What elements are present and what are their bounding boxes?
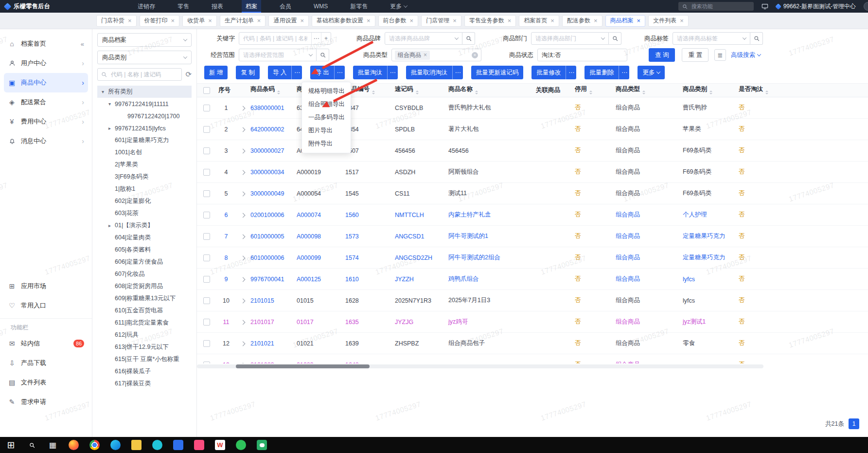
module-select[interactable]: 商品档案 [97, 33, 192, 47]
tab-2[interactable]: 价签打印× [140, 15, 180, 27]
caret-down-icon[interactable]: ▾ [107, 101, 112, 107]
sidebar-item-5[interactable]: ¥费用中心› [4, 112, 88, 131]
export-menu-item-3[interactable]: 一品多码导出 [302, 111, 351, 124]
expand-row-icon[interactable] [241, 106, 246, 110]
start-menu-icon[interactable]: ⊞ [6, 440, 16, 450]
export-menu-item-4[interactable]: 图片导出 [302, 124, 351, 137]
clear-select-icon[interactable]: × [472, 52, 478, 58]
column-header-disabled[interactable]: 停用 [573, 85, 614, 96]
advanced-search-link[interactable]: 高级搜索 [731, 51, 761, 59]
global-search[interactable] [678, 2, 754, 11]
sidebar-item-1[interactable]: ⌂档案首页« [4, 34, 88, 54]
expand-row-icon[interactable] [241, 234, 246, 239]
toolbar-button-3[interactable]: 导 入 [268, 66, 291, 79]
more-actions-icon[interactable]: ⋯ [387, 66, 398, 79]
expand-row-icon[interactable] [241, 170, 246, 175]
close-tab-icon[interactable]: × [410, 18, 414, 24]
close-tab-icon[interactable]: × [594, 18, 598, 24]
export-menu-item-1[interactable]: 规格明细导出 [302, 85, 351, 98]
tree-node-19[interactable]: 610|五金百货电器 [97, 305, 192, 317]
expand-row-icon[interactable] [241, 213, 246, 217]
wechat-icon[interactable] [257, 440, 267, 450]
scope-select[interactable]: 请选择经营范围 [239, 49, 317, 61]
sort-icon[interactable] [642, 89, 645, 96]
close-tab-icon[interactable]: × [208, 18, 212, 24]
nav-menu-4[interactable]: 档案 [242, 0, 261, 13]
tree-node-11[interactable]: 603|花茶 [97, 207, 192, 219]
user-avatar[interactable] [864, 2, 868, 11]
more-actions-icon[interactable]: ⋯ [334, 66, 345, 79]
tag-search-button[interactable] [750, 32, 763, 45]
tag-select[interactable]: 请选择商品标签 [673, 32, 750, 45]
close-tab-icon[interactable]: × [550, 18, 554, 24]
tree-node-8[interactable]: 3|F69条码类 [97, 171, 192, 183]
media-app-icon[interactable] [194, 440, 204, 450]
sort-icon[interactable] [709, 89, 712, 96]
row-checkbox[interactable] [203, 319, 210, 326]
expand-row-icon[interactable] [241, 148, 246, 153]
sidebar-item-3[interactable]: ▣商品中心› [4, 73, 88, 92]
tab-13[interactable]: 文件列表× [648, 15, 689, 27]
folder-icon[interactable] [131, 440, 142, 450]
product-barcode-link[interactable]: 2101021 [248, 340, 295, 347]
row-checkbox[interactable] [203, 276, 210, 283]
tree-node-13[interactable]: 604|定量肉类 [97, 232, 192, 244]
tree-node-1[interactable]: ▾所有类别 [97, 86, 192, 98]
close-tab-icon[interactable]: × [453, 18, 457, 24]
sidebar-tool-item-2[interactable]: ⇩产品下载 [4, 353, 88, 373]
row-checkbox[interactable] [203, 297, 210, 304]
row-checkbox[interactable] [203, 254, 210, 261]
product-barcode-link[interactable]: 0200100006 [248, 212, 295, 218]
toolbar-button-7[interactable]: 批量更新速记码 [471, 66, 524, 79]
tab-12[interactable]: 商品档案× [605, 15, 646, 27]
column-header-type[interactable]: 商品类型 [614, 85, 681, 96]
tab-7[interactable]: 前台参数× [378, 15, 419, 27]
row-checkbox[interactable] [203, 105, 210, 111]
tree-node-16[interactable]: 607|化妆品 [97, 268, 192, 280]
nav-menu-6[interactable]: WMS [310, 0, 332, 13]
status-select[interactable]: 淘汰:否 [537, 49, 627, 61]
search-icon[interactable] [27, 440, 37, 450]
tree-node-10[interactable]: 602|定量膨化 [97, 195, 192, 207]
type-select[interactable]: 组合商品 × × [391, 49, 481, 61]
remove-tag-icon[interactable]: × [424, 52, 427, 58]
row-checkbox[interactable] [203, 340, 210, 347]
expand-row-icon[interactable] [241, 277, 246, 282]
close-tab-icon[interactable]: × [367, 18, 371, 24]
edge-icon[interactable] [110, 440, 121, 450]
column-header-category[interactable]: 商品类别 [681, 85, 737, 96]
row-checkbox[interactable] [203, 233, 210, 240]
toolbar-button-9[interactable]: 批量删除 [585, 66, 619, 79]
sort-icon[interactable] [277, 89, 280, 96]
app-teal-icon[interactable] [152, 440, 162, 450]
close-tab-icon[interactable]: × [171, 18, 175, 24]
chrome-icon[interactable] [89, 440, 100, 450]
expand-row-icon[interactable] [241, 320, 246, 325]
tree-node-5[interactable]: 601|定量糖果巧克力 [97, 134, 192, 146]
caret-right-icon[interactable]: ▸ [107, 126, 112, 131]
more-actions-icon[interactable]: ⋯ [619, 66, 629, 79]
reset-button[interactable]: 重 置 [682, 48, 708, 62]
column-header-mnemonic[interactable]: 速记码 [393, 85, 446, 96]
toolbar-button-2[interactable]: 复 制 [236, 66, 259, 79]
column-header-name[interactable]: 商品名称 [446, 85, 534, 96]
tree-node-9[interactable]: 1|散称1 [97, 183, 192, 195]
nav-menu-5[interactable]: 会员 [276, 0, 295, 13]
tree-node-7[interactable]: 2|苹果类 [97, 159, 192, 171]
firefox-icon[interactable] [69, 440, 79, 450]
column-header-eliminated[interactable]: 是否淘汰 [737, 85, 775, 96]
row-checkbox[interactable] [203, 362, 210, 364]
global-search-input[interactable] [691, 3, 750, 10]
select-all-checkbox[interactable] [203, 87, 210, 94]
nav-menu-7[interactable]: 新零售 [346, 0, 372, 13]
display-settings-icon[interactable]: ≣ [714, 49, 726, 61]
product-barcode-link[interactable]: 6420000002 [248, 126, 295, 133]
row-checkbox[interactable] [203, 190, 210, 197]
page-number[interactable]: 1 [849, 418, 859, 429]
toolbar-button-5[interactable]: 批量淘汰 [353, 66, 387, 79]
department-select[interactable]: 请选择商品部门 [531, 32, 609, 45]
tab-9[interactable]: 零售业务参数× [464, 15, 516, 27]
scrollbar-thumb[interactable] [236, 364, 370, 368]
tree-node-23[interactable]: 615|豆干 豆腐*小包称重 [97, 353, 192, 365]
product-barcode-link[interactable]: 3000000034 [248, 169, 295, 176]
